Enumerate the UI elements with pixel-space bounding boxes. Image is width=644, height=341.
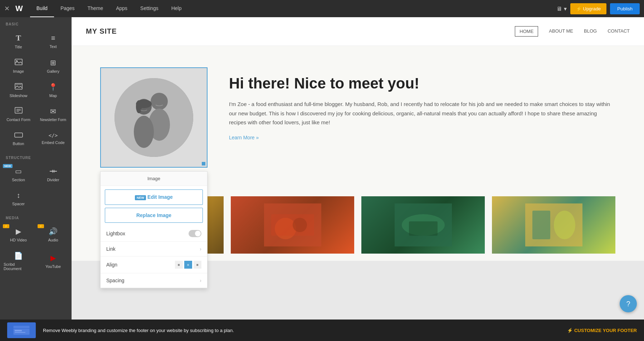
sidebar-item-image-label: Image	[13, 69, 24, 73]
sidebar-item-hd-video[interactable]: ⚡ ▶ HD Video	[1, 223, 35, 246]
close-icon[interactable]: ✕	[4, 5, 10, 13]
sidebar-item-title-label: Title	[15, 45, 22, 49]
svg-point-16	[134, 116, 154, 148]
svg-point-31	[554, 211, 575, 239]
sidebar-item-audio[interactable]: ⚡ 🔊 Audio	[36, 223, 70, 246]
lightbox-label: Lightbox	[106, 231, 189, 236]
structure-grid: NEW ▭ Section Divider ↕ Spacer	[0, 162, 72, 211]
edit-image-button[interactable]: NEWEdit Image	[105, 189, 203, 205]
svg-rect-28	[409, 221, 438, 236]
publish-button[interactable]: Publish	[610, 3, 640, 14]
sidebar-item-embed[interactable]: </> Embed Code	[36, 127, 70, 150]
image-popup: Image NEWEdit Image Replace Image Lightb…	[100, 171, 208, 288]
spacer-icon: ↕	[17, 191, 20, 200]
svg-rect-34	[15, 330, 22, 331]
site-nav-home[interactable]: HOME	[515, 26, 538, 37]
lightbox-toggle[interactable]	[189, 230, 201, 237]
sidebar-item-divider-label: Divider	[47, 178, 59, 182]
image-element-wrapper: Image NEWEdit Image Replace Image Lightb…	[100, 67, 208, 168]
upgrade-button[interactable]: ⚡ Upgrade	[570, 3, 606, 14]
media-grid: ⚡ ▶ HD Video ⚡ 🔊 Audio 📄 Scribd Document…	[0, 222, 72, 276]
svg-rect-25	[271, 214, 314, 236]
sidebar-item-divider[interactable]: Divider	[36, 163, 70, 186]
spacing-label: Spacing	[106, 278, 200, 283]
sidebar-item-text[interactable]: ≡ Text	[36, 29, 70, 53]
sidebar-item-title[interactable]: T Title	[1, 29, 35, 53]
slideshow-icon	[15, 83, 23, 91]
nav-tabs: Build Pages Theme Apps Settings Help	[30, 0, 188, 17]
audio-icon: 🔊	[49, 227, 58, 236]
popup-row-lightbox: Lightbox	[101, 226, 207, 242]
align-label: Align	[106, 262, 175, 268]
hero-title: Hi there! Nice to meet you!	[229, 75, 615, 92]
align-center-button[interactable]: ≡	[184, 261, 192, 269]
tab-settings[interactable]: Settings	[134, 0, 165, 17]
sidebar-item-newsletter[interactable]: ✉ Newsletter Form	[36, 103, 70, 126]
help-fab-button[interactable]: ?	[620, 295, 637, 312]
align-right-button[interactable]: ≡	[194, 261, 201, 269]
media-section-label: MEDIA	[0, 211, 72, 222]
footer-text: Remove Weebly branding and customize the…	[43, 328, 560, 333]
svg-point-13	[151, 93, 168, 110]
image-icon	[15, 59, 23, 67]
sidebar-item-audio-label: Audio	[48, 238, 58, 242]
sidebar-item-map-label: Map	[49, 93, 57, 98]
website-canvas: MY SITE HOME ABOUT ME BLOG CONTACT	[72, 17, 644, 341]
image-element[interactable]	[100, 67, 208, 168]
divider-icon	[49, 167, 57, 176]
align-buttons: ≡ ≡ ≡	[175, 261, 201, 269]
site-nav-contact[interactable]: CONTACT	[608, 26, 630, 37]
embed-icon: </>	[49, 133, 58, 138]
toggle-knob	[195, 231, 201, 236]
sidebar-item-section[interactable]: NEW ▭ Section	[1, 163, 35, 186]
sidebar-item-image[interactable]: Image	[1, 54, 35, 78]
popup-row-link[interactable]: Link ›	[101, 242, 207, 256]
svg-rect-8	[15, 133, 23, 137]
site-nav-about[interactable]: ABOUT ME	[549, 26, 573, 37]
circle-photo	[114, 78, 193, 157]
resize-handle[interactable]	[202, 162, 205, 165]
tab-apps[interactable]: Apps	[109, 0, 134, 17]
sidebar-item-hd-video-label: HD Video	[10, 238, 27, 242]
footer-banner: Remove Weebly branding and customize the…	[0, 320, 644, 341]
sidebar-item-text-label: Text	[49, 44, 57, 49]
sidebar-item-contact-form-label: Contact Form	[6, 117, 30, 122]
sidebar-item-button[interactable]: Button	[1, 127, 35, 150]
sidebar-item-newsletter-label: Newsletter Form	[40, 118, 66, 122]
hero-learn-more-link[interactable]: Learn More »	[229, 135, 259, 140]
tab-pages[interactable]: Pages	[54, 0, 81, 17]
sidebar-item-slideshow-label: Slideshow	[9, 93, 27, 98]
sidebar-item-gallery[interactable]: ⊞ Gallery	[36, 54, 70, 78]
sidebar-item-section-label: Section	[12, 178, 25, 182]
sidebar-item-scribd[interactable]: 📄 Scribd Document	[1, 247, 35, 275]
tab-help[interactable]: Help	[165, 0, 188, 17]
sidebar-item-slideshow[interactable]: Slideshow	[1, 78, 35, 102]
svg-rect-30	[532, 211, 550, 239]
tab-theme[interactable]: Theme	[81, 0, 110, 17]
sidebar-item-button-label: Button	[13, 141, 24, 146]
site-nav-blog[interactable]: BLOG	[584, 26, 597, 37]
align-left-button[interactable]: ≡	[175, 261, 183, 269]
bolt-badge-video: ⚡	[3, 224, 9, 228]
sidebar-item-youtube[interactable]: ▶ YouTube	[36, 247, 70, 275]
sidebar-item-map[interactable]: 📍 Map	[36, 78, 70, 102]
tab-build[interactable]: Build	[30, 0, 54, 17]
hero-section: Image NEWEdit Image Replace Image Lightb…	[72, 46, 644, 189]
site-navigation: HOME ABOUT ME BLOG CONTACT	[515, 26, 630, 37]
sidebar-item-spacer[interactable]: ↕ Spacer	[1, 187, 35, 210]
section-icon: ▭	[15, 167, 22, 176]
food-image-2	[231, 196, 354, 254]
main-layout: BASIC T Title ≡ Text Image ⊞ Gallery	[0, 17, 644, 341]
popup-row-spacing[interactable]: Spacing ›	[101, 273, 207, 288]
contact-form-icon	[15, 107, 23, 115]
newsletter-icon: ✉	[50, 107, 56, 116]
sidebar-item-spacer-label: Spacer	[12, 202, 25, 206]
preview-icon[interactable]: 🖥 ▾	[556, 5, 566, 12]
sidebar-item-contact-form[interactable]: Contact Form	[1, 103, 35, 126]
popup-header: Image	[101, 172, 207, 186]
sidebar-item-gallery-label: Gallery	[47, 69, 59, 73]
sidebar-item-scribd-label: Scribd Document	[4, 262, 33, 271]
basic-grid: T Title ≡ Text Image ⊞ Gallery	[0, 28, 72, 151]
customize-footer-button[interactable]: ⚡ CUSTOMIZE YOUR FOOTER	[567, 328, 637, 333]
replace-image-button[interactable]: Replace Image	[105, 208, 203, 223]
